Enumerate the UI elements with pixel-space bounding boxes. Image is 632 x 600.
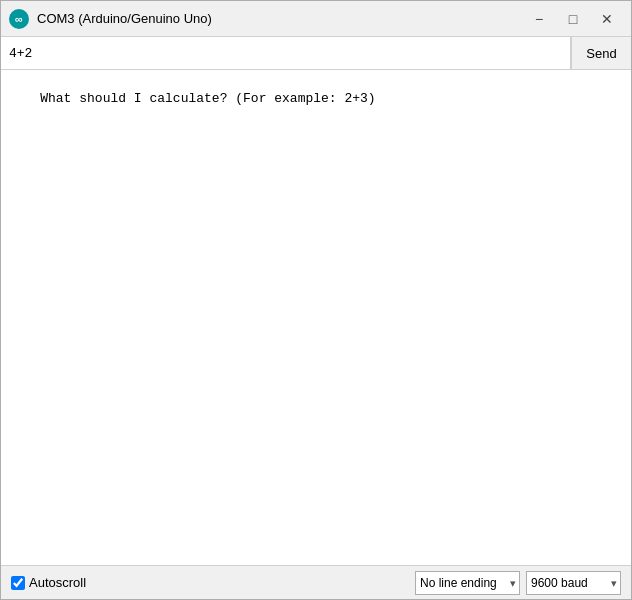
input-row: Send xyxy=(1,37,631,70)
maximize-button[interactable]: □ xyxy=(557,5,589,33)
title-bar: ∞ COM3 (Arduino/Genuino Uno) − □ ✕ xyxy=(1,1,631,37)
status-bar: Autoscroll No line ending Newline Carria… xyxy=(1,565,631,599)
close-button[interactable]: ✕ xyxy=(591,5,623,33)
autoscroll-label[interactable]: Autoscroll xyxy=(11,575,86,590)
output-text: What should I calculate? (For example: 2… xyxy=(40,91,375,106)
autoscroll-text: Autoscroll xyxy=(29,575,86,590)
baud-rate-dropdown-wrapper: 300 baud 1200 baud 2400 baud 4800 baud 9… xyxy=(526,571,621,595)
window-title: COM3 (Arduino/Genuino Uno) xyxy=(37,11,515,26)
serial-input[interactable] xyxy=(1,37,571,69)
svg-text:∞: ∞ xyxy=(15,13,23,25)
serial-output: What should I calculate? (For example: 2… xyxy=(1,70,631,565)
baud-rate-select[interactable]: 300 baud 1200 baud 2400 baud 4800 baud 9… xyxy=(526,571,621,595)
line-ending-dropdown-wrapper: No line ending Newline Carriage return B… xyxy=(415,571,520,595)
line-ending-select[interactable]: No line ending Newline Carriage return B… xyxy=(415,571,520,595)
main-window: ∞ COM3 (Arduino/Genuino Uno) − □ ✕ Send … xyxy=(0,0,632,600)
window-controls: − □ ✕ xyxy=(523,5,623,33)
autoscroll-checkbox[interactable] xyxy=(11,576,25,590)
arduino-logo-icon: ∞ xyxy=(9,9,29,29)
minimize-button[interactable]: − xyxy=(523,5,555,33)
status-right: No line ending Newline Carriage return B… xyxy=(415,571,621,595)
send-button[interactable]: Send xyxy=(571,37,631,69)
